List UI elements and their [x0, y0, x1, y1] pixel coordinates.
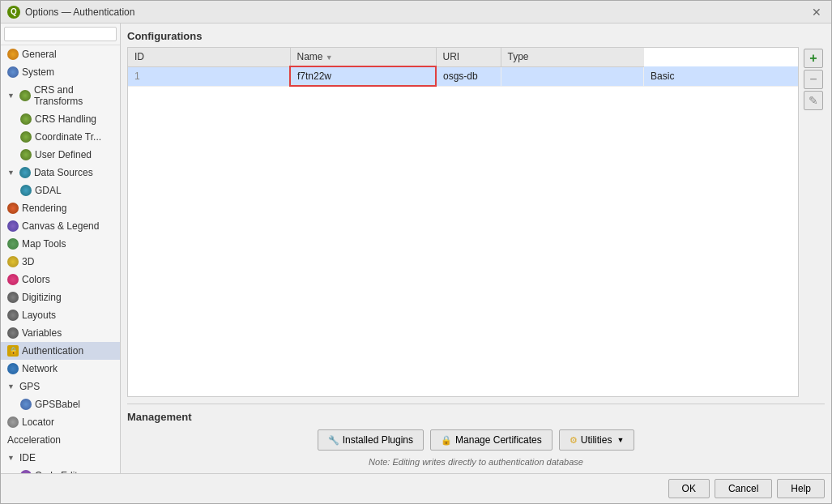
col-header-id: ID	[128, 48, 290, 66]
sidebar-label-crs: CRS and Transforms	[34, 84, 113, 107]
sidebar-item-code-editor[interactable]: Code Editor	[14, 467, 120, 473]
sidebar-item-gdal[interactable]: GDAL	[14, 182, 120, 199]
datasources-children: GDAL	[1, 182, 120, 199]
sidebar-label-data-sources: Data Sources	[34, 167, 93, 178]
management-section: Management 🔧 Installed Plugins 🔒 Manage …	[127, 404, 825, 467]
sidebar-item-gpsbabel[interactable]: GPSBabel	[14, 395, 120, 413]
table-wrapper: ID Name ▼ URI	[127, 47, 825, 404]
row-type: Basic	[644, 66, 798, 86]
bottom-bar: OK Cancel Help	[1, 473, 831, 503]
col-header-name[interactable]: Name ▼	[290, 48, 436, 66]
installed-plugins-label: Installed Plugins	[343, 434, 413, 446]
ide-expand-arrow: ▼	[7, 454, 15, 462]
map-icon	[7, 238, 19, 250]
datasources-icon	[19, 167, 31, 178]
crs-handling-icon	[20, 113, 32, 125]
table-header-row: ID Name ▼ URI	[128, 48, 798, 66]
utilities-label: Utilities	[581, 434, 612, 446]
sidebar-item-acceleration[interactable]: Acceleration	[1, 431, 120, 449]
config-table: ID Name ▼ URI	[128, 48, 798, 87]
layouts-icon	[7, 310, 19, 321]
name-sort-arrow: ▼	[326, 53, 333, 62]
sidebar-label-coord-tr: Coordinate Tr...	[35, 131, 101, 143]
sidebar-item-system[interactable]: System	[1, 63, 120, 81]
window-title: Options — Authentication	[25, 6, 134, 18]
row-id: f7tn22w	[290, 66, 436, 86]
sidebar-item-gps[interactable]: ▼ GPS	[1, 378, 120, 395]
sidebar-label-gpsbabel: GPSBabel	[35, 399, 80, 410]
sidebar-item-variables[interactable]: Variables	[1, 324, 120, 342]
utilities-dropdown-arrow: ▼	[617, 436, 624, 444]
add-config-button[interactable]: +	[804, 49, 823, 68]
crs-icon	[19, 90, 31, 101]
content-area: Configurations ID Name	[121, 23, 831, 473]
sidebar-scroll: General System ▼ CRS and Transforms CRS	[1, 45, 120, 473]
installed-plugins-button[interactable]: 🔧 Installed Plugins	[318, 429, 424, 451]
system-icon	[7, 66, 19, 78]
sidebar-item-3d[interactable]: 3D	[1, 253, 120, 271]
sidebar-item-digitizing[interactable]: Digitizing	[1, 288, 120, 306]
app-icon: Q	[7, 6, 20, 19]
close-button[interactable]: ✕	[809, 4, 825, 20]
search-input[interactable]	[4, 27, 117, 41]
auth-icon: 🔒	[7, 345, 19, 357]
titlebar: Q Options — Authentication ✕	[1, 1, 831, 23]
general-icon	[7, 49, 19, 60]
sidebar-label-rendering: Rendering	[22, 203, 66, 214]
col-header-uri: URI	[436, 48, 501, 66]
sidebar-item-user-defined[interactable]: User Defined	[14, 146, 120, 164]
sidebar-item-coord-tr[interactable]: Coordinate Tr...	[14, 128, 120, 146]
sidebar-label-colors: Colors	[22, 274, 50, 285]
row-uri	[501, 66, 644, 86]
crs-expand-arrow: ▼	[7, 92, 15, 100]
sidebar-item-authentication[interactable]: 🔒 Authentication	[1, 342, 120, 360]
sidebar-label-gdal: GDAL	[35, 185, 62, 196]
utilities-button[interactable]: ⚙ Utilities ▼	[559, 429, 635, 451]
help-button[interactable]: Help	[777, 479, 825, 498]
sidebar-label-digitizing: Digitizing	[22, 292, 62, 303]
sidebar-label-map-tools: Map Tools	[22, 238, 66, 250]
sidebar-item-layouts[interactable]: Layouts	[1, 306, 120, 324]
ok-button[interactable]: OK	[668, 479, 710, 498]
sidebar-item-data-sources[interactable]: ▼ Data Sources	[1, 164, 120, 182]
datasources-expand-arrow: ▼	[7, 169, 15, 177]
edit-config-button[interactable]: ✎	[804, 91, 823, 110]
sidebar-item-network[interactable]: Network	[1, 360, 120, 378]
sidebar-label-3d: 3D	[22, 256, 34, 267]
sidebar-label-user-defined: User Defined	[35, 149, 92, 160]
sidebar-item-colors[interactable]: Colors	[1, 271, 120, 288]
cancel-button[interactable]: Cancel	[715, 479, 772, 498]
management-note: Note: Editing writes directly to authent…	[127, 457, 825, 467]
coord-tr-icon	[20, 131, 32, 143]
config-table-container: ID Name ▼ URI	[127, 47, 799, 397]
sidebar-item-locator[interactable]: Locator	[1, 413, 120, 431]
canvas-icon	[7, 220, 19, 232]
locator-icon	[7, 416, 19, 428]
configurations-section: Configurations ID Name	[127, 30, 825, 404]
sidebar-item-crs-handling[interactable]: CRS Handling	[14, 110, 120, 128]
gdal-icon	[20, 185, 32, 196]
sidebar-label-ide: IDE	[19, 452, 36, 463]
table-action-buttons: + − ✎	[802, 47, 825, 404]
sidebar-item-ide[interactable]: ▼ IDE	[1, 449, 120, 467]
3d-icon	[7, 256, 19, 267]
table-row[interactable]: 1 f7tn22w osgs-db	[128, 66, 798, 86]
sidebar-item-crs-transforms[interactable]: ▼ CRS and Transforms	[1, 81, 120, 110]
manage-certs-label: Manage Certificates	[455, 434, 542, 446]
sidebar-item-canvas[interactable]: Canvas & Legend	[1, 217, 120, 235]
manage-certificates-button[interactable]: 🔒 Manage Certificates	[430, 429, 553, 451]
sidebar-label-locator: Locator	[22, 416, 54, 428]
row-name: osgs-db	[436, 66, 501, 86]
search-box	[1, 23, 120, 45]
sidebar-label-variables: Variables	[22, 327, 62, 339]
sidebar-label-gps: GPS	[19, 381, 40, 392]
sidebar-item-rendering[interactable]: Rendering	[1, 199, 120, 217]
sidebar-item-general[interactable]: General	[1, 45, 120, 63]
gps-children: GPSBabel	[1, 395, 120, 413]
variables-icon	[7, 327, 19, 339]
sidebar-label-crs-handling: CRS Handling	[35, 113, 96, 125]
remove-config-button[interactable]: −	[804, 70, 823, 89]
sidebar-label-network: Network	[22, 363, 58, 374]
network-icon	[7, 363, 19, 374]
sidebar-item-map-tools[interactable]: Map Tools	[1, 235, 120, 253]
